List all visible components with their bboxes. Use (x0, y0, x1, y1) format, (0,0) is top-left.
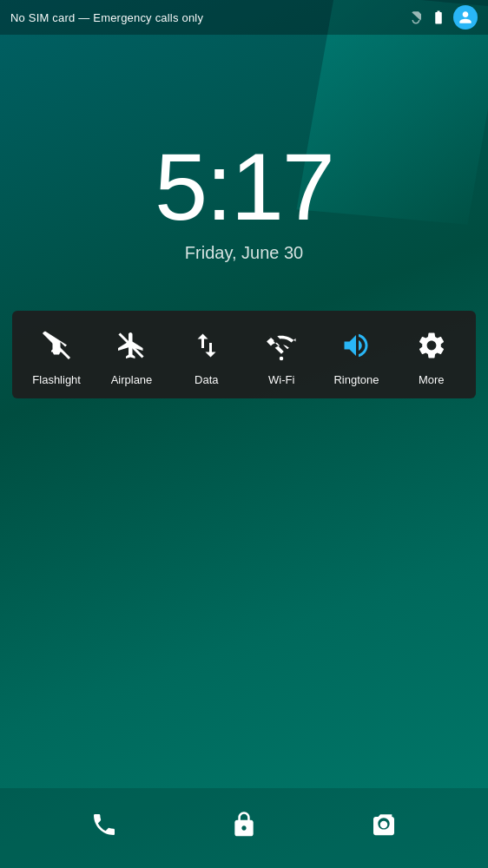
quick-action-data[interactable]: Data (176, 326, 237, 386)
more-label: More (419, 373, 445, 386)
quick-action-flashlight[interactable]: Flashlight (26, 326, 87, 386)
status-bar: No SIM card — Emergency calls only (0, 0, 488, 35)
clock-time: 5:17 (0, 139, 488, 234)
sim-muted-icon (408, 10, 424, 25)
flashlight-icon (37, 326, 76, 365)
airplane-label: Airplane (111, 373, 153, 386)
wifi-label: Wi-Fi (268, 373, 294, 386)
quick-action-more[interactable]: More (401, 326, 462, 386)
phone-button[interactable] (85, 806, 123, 844)
wifi-off-icon (262, 326, 300, 365)
lock-button[interactable] (225, 806, 263, 844)
airplane-icon (112, 326, 150, 365)
account-avatar (453, 5, 478, 30)
ringtone-label: Ringtone (333, 373, 379, 386)
sim-status: No SIM card — Emergency calls only (10, 11, 203, 24)
quick-action-ringtone[interactable]: Ringtone (326, 326, 386, 386)
bottom-dock (0, 788, 488, 868)
ringtone-icon (337, 326, 375, 365)
quick-action-airplane[interactable]: Airplane (101, 326, 162, 386)
more-settings-icon (412, 326, 451, 365)
clock-date: Friday, June 30 (0, 243, 488, 263)
data-icon (188, 326, 226, 365)
data-label: Data (195, 373, 218, 386)
quick-actions-bar: Flashlight Airplane Data Wi-Fi (12, 311, 476, 398)
flashlight-label: Flashlight (32, 373, 81, 386)
svg-point-2 (280, 357, 284, 361)
camera-button[interactable] (365, 806, 403, 844)
clock-area: 5:17 Friday, June 30 (0, 139, 488, 263)
status-bar-icons (408, 5, 478, 30)
quick-action-wifi[interactable]: Wi-Fi (251, 326, 312, 386)
battery-icon (431, 10, 446, 25)
